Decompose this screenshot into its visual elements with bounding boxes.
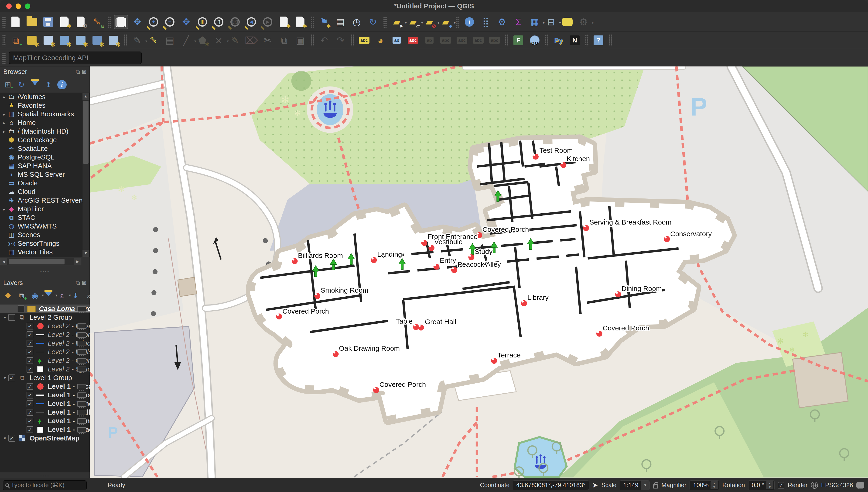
layer-visibility-checkbox[interactable]: ✓ xyxy=(27,392,33,398)
toolbar-drag-handle[interactable] xyxy=(505,34,508,46)
layer-visibility-checkbox[interactable]: ✓ xyxy=(27,357,33,364)
add-feature-icon[interactable]: ╱▾ xyxy=(179,33,193,48)
pan-to-selection-icon[interactable]: ✥ xyxy=(130,15,144,29)
highlight-pinned-labels-icon[interactable]: abc xyxy=(406,33,420,48)
change-label-properties-icon[interactable]: abc xyxy=(471,33,485,48)
browser-item-favorites[interactable]: ★Favorites xyxy=(0,101,90,110)
layer-item-level-1-walls[interactable]: ✓Level 1 - Walls xyxy=(0,408,90,417)
toolbar-drag-handle[interactable] xyxy=(383,16,387,28)
expand-arrow-icon[interactable]: ▾ xyxy=(1,375,8,380)
memory-layer-indicator-icon[interactable] xyxy=(77,358,86,364)
close-panel-icon[interactable]: ⊠ xyxy=(82,69,86,75)
show-layout-manager-icon[interactable]: ⚙ xyxy=(74,15,88,29)
pan-map-icon[interactable] xyxy=(114,15,128,29)
zoom-out-icon[interactable]: − xyxy=(163,15,177,29)
memory-layer-indicator-icon[interactable] xyxy=(77,341,86,346)
expand-arrow-icon[interactable]: ▸ xyxy=(1,129,7,134)
deselect-features-icon[interactable]: ▰⊘▾ xyxy=(422,15,437,29)
new-print-layout-icon[interactable]: ✱ xyxy=(57,15,72,29)
locator-search-input[interactable]: Type to locate (⌘K) xyxy=(3,480,87,490)
memory-layer-indicator-icon[interactable] xyxy=(77,410,86,415)
measure-line-icon[interactable]: ⊟▾ xyxy=(544,15,558,29)
refresh-map-icon[interactable]: ↻ xyxy=(366,15,380,29)
select-by-location-icon[interactable]: ▰⬥▾ xyxy=(439,15,453,29)
toolbar-drag-handle[interactable] xyxy=(350,34,354,46)
layer-item-level-2-locations[interactable]: ✓Level 2 - Locations xyxy=(0,322,90,330)
layer-visibility-checkbox[interactable]: ✓ xyxy=(27,331,33,338)
zoom-next-icon[interactable]: ▶ xyxy=(260,15,275,29)
layer-item-level-2-group[interactable]: ▾✓⧉Level 2 Group xyxy=(0,313,90,322)
browser-item-stac[interactable]: ⧉STAC xyxy=(0,213,90,222)
browser-item-home[interactable]: ▸⌂Home xyxy=(0,119,90,127)
layer-item-level-2-walls[interactable]: ✓Level 2 - Walls xyxy=(0,348,90,356)
toolbar-drag-handle[interactable] xyxy=(124,34,127,46)
scroll-left-icon[interactable]: ◀ xyxy=(0,258,7,265)
browser-item-sap-hana[interactable]: ▦SAP HANA xyxy=(0,162,90,170)
browser-tree[interactable]: ▸🗀/Volumes★Favorites▸▥Spatial Bookmarks▸… xyxy=(0,93,90,257)
toggle-editing-icon[interactable]: ✎ xyxy=(146,33,161,48)
dropdown-arrow-icon[interactable]: ▼ xyxy=(641,481,650,490)
panel-resize-handle[interactable]: ⋯⋯ xyxy=(0,474,90,478)
toolbar-drag-handle[interactable] xyxy=(310,34,314,46)
toolbar-drag-handle[interactable] xyxy=(2,52,6,64)
expand-arrow-icon[interactable]: ▸ xyxy=(1,112,7,117)
float-panel-icon[interactable]: ⧉ xyxy=(76,69,80,75)
new-map-view-icon[interactable]: ✱ xyxy=(277,15,291,29)
new-project-icon[interactable] xyxy=(8,15,23,29)
layer-diagram-options-icon[interactable]: ◕ xyxy=(373,33,388,48)
new-spatial-bookmark-icon[interactable]: ⚑✱ xyxy=(317,15,331,29)
scroll-right-icon[interactable]: ▶ xyxy=(74,258,81,265)
zoom-in-icon[interactable]: + xyxy=(146,15,161,29)
open-attribute-table-icon[interactable]: ▦▾ xyxy=(527,15,542,29)
move-label-diagram-icon[interactable]: abc xyxy=(439,33,453,48)
layer-visibility-checkbox[interactable]: ✓ xyxy=(8,374,15,381)
browser-item-geopackage[interactable]: ⬢GeoPackage xyxy=(0,136,90,144)
expand-arrow-icon[interactable]: ▸ xyxy=(1,94,7,100)
expand-arrow-icon[interactable]: ▸ xyxy=(1,206,7,212)
browser-vertical-scrollbar[interactable]: ▲ ▼ xyxy=(82,93,89,257)
delete-selected-icon[interactable]: ⌦ xyxy=(244,33,259,48)
magnifier-spinbox[interactable]: 100%▲▼ xyxy=(689,480,719,490)
cut-features-icon[interactable]: ✂ xyxy=(260,33,275,48)
save-project-icon[interactable] xyxy=(41,15,55,29)
add-group-icon[interactable]: ⧉+ xyxy=(16,290,27,302)
python-console-icon[interactable]: Py xyxy=(551,33,565,48)
coordinate-value[interactable]: 43.6783081°,-79.410183° xyxy=(513,480,589,490)
toolbar-drag-handle[interactable] xyxy=(608,34,612,46)
layer-visibility-checkbox[interactable]: ✓ xyxy=(27,366,33,373)
memory-layer-indicator-icon[interactable] xyxy=(77,306,86,312)
browser-item-volumes[interactable]: ▸🗀/Volumes xyxy=(0,93,90,101)
toolbar-drag-handle[interactable] xyxy=(585,34,588,46)
help-contents-icon[interactable]: ? xyxy=(591,33,606,48)
memory-layer-indicator-icon[interactable] xyxy=(77,384,86,389)
curved-label-icon[interactable]: abc xyxy=(488,33,502,48)
browser-item-spatialite[interactable]: ✒SpatiaLite xyxy=(0,144,90,153)
scrollbar-thumb[interactable] xyxy=(83,101,88,164)
annotation-tools-icon[interactable]: ⚙▾ xyxy=(576,15,591,29)
browser-item-vector-tiles[interactable]: ▦Vector Tiles xyxy=(0,248,90,256)
spin-up-icon[interactable]: ▲ xyxy=(766,481,773,486)
layer-item-openstreetmap[interactable]: ▾✓OpenStreetMap xyxy=(0,434,90,443)
spin-down-icon[interactable]: ▼ xyxy=(711,485,718,489)
zoom-to-selection-icon[interactable]: ▮ xyxy=(195,15,210,29)
browser-horizontal-scrollbar[interactable]: ◀ ▶ xyxy=(0,258,81,265)
scroll-up-icon[interactable]: ▲ xyxy=(82,93,89,100)
new-virtual-layer-icon[interactable]: ✱ xyxy=(90,33,104,48)
memory-layer-indicator-icon[interactable] xyxy=(77,349,86,355)
layer-item-level-2-doors[interactable]: ✓Level 2 - Doors xyxy=(0,330,90,339)
browser-item-cloud[interactable]: ☁Cloud xyxy=(0,188,90,196)
browser-item-wms-wmts[interactable]: ◍WMS/WMTS xyxy=(0,222,90,230)
copy-features-icon[interactable]: ⧉ xyxy=(277,33,291,48)
options-icon[interactable]: ⚙ xyxy=(495,15,509,29)
mouse-position-icon[interactable]: ➤ xyxy=(592,481,598,489)
memory-layer-indicator-icon[interactable] xyxy=(77,367,86,372)
zoom-native-icon[interactable]: 1:1 xyxy=(228,15,242,29)
layer-visibility-checkbox[interactable]: ✓ xyxy=(27,418,33,424)
layer-visibility-checkbox[interactable]: ✓ xyxy=(18,305,24,312)
toolbar-drag-handle[interactable] xyxy=(545,34,548,46)
layer-item-level-1-doors[interactable]: ✓Level 1 - Doors xyxy=(0,391,90,399)
layer-item-level-2-spaces[interactable]: ✓Level 2 - Spaces xyxy=(0,365,90,373)
scale-lock-icon[interactable] xyxy=(653,484,658,489)
collapse-all-icon[interactable]: ↥ xyxy=(43,79,54,91)
memory-layer-indicator-icon[interactable] xyxy=(77,392,86,398)
